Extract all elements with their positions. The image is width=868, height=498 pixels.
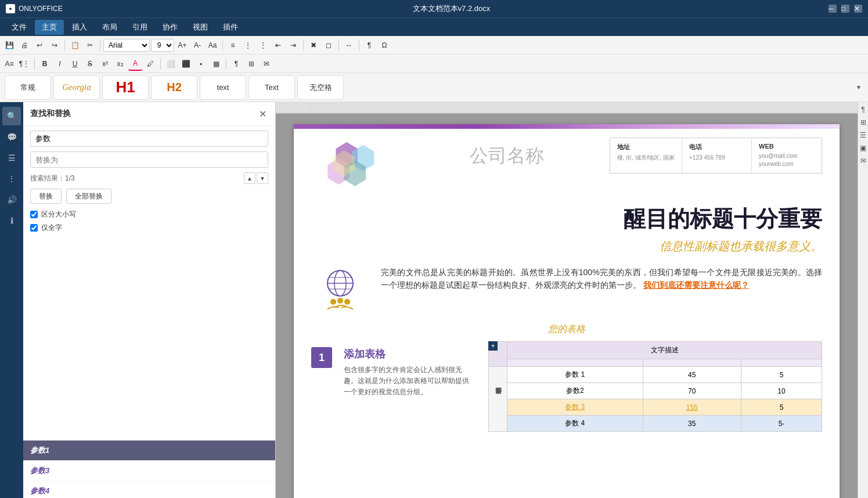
style-btn[interactable]: ◻ [322,38,336,52]
close-btn[interactable]: ✕ [854,5,862,13]
align-left-btn[interactable]: ⬜ [164,57,178,71]
whole-word-checkbox[interactable] [30,224,38,232]
font-decrease-btn[interactable]: A- [190,38,204,52]
row3-label: 参数 3 [507,399,643,416]
indent-dec-btn[interactable]: ⇤ [271,38,285,52]
result-item-1[interactable]: 参数1 [23,441,275,461]
style-Text-cap[interactable]: Text [248,75,295,100]
clear-format-btn[interactable]: ✖ [307,38,320,52]
sidebar-search-icon[interactable]: 🔍 [2,107,21,125]
menu-file[interactable]: 文件 [5,20,34,35]
right-icon-para[interactable]: ¶ [861,106,865,114]
case-sensitive-option[interactable]: 区分大小写 [30,210,268,219]
section-content: 添加表格 包含很多字的文件肯定会让人感到很无趣。这就是为什么添加表格可以帮助提供… [344,347,474,398]
list-num-btn[interactable]: ⋮ [241,38,255,52]
align-right-btn[interactable]: ▪ [194,57,208,71]
sidebar-nav-icon[interactable]: ☰ [2,149,21,167]
subscript-btn[interactable]: x₂ [113,57,127,71]
menu-reference[interactable]: 引用 [125,20,154,35]
menu-bar: 文件 主页 插入 布局 引用 协作 视图 插件 [0,17,868,36]
save-btn[interactable]: 💾 [2,38,16,52]
row1-v2: 5 [741,367,822,383]
styles-expand-arrow[interactable]: ▼ [854,75,863,100]
print-btn[interactable]: 🖨 [17,38,31,52]
body-paragraph: 完美的文件总是从完美的标题开始的。虽然世界上没有100%完美的东西，但我们希望每… [381,266,822,292]
font-size-select[interactable]: 9 [151,39,174,52]
menu-plugin[interactable]: 插件 [216,20,245,35]
search-next-btn[interactable]: ▼ [257,172,268,184]
data-table-wrapper: + 文字描述 [488,341,822,432]
replace-btn[interactable]: 替换 [30,189,62,204]
indent-inc-btn[interactable]: ⇥ [286,38,300,52]
format-para-btn[interactable]: ¶ [362,38,376,52]
replace-all-btn[interactable]: 全部替换 [66,189,111,204]
menu-home[interactable]: 主页 [35,20,64,35]
highlight-btn[interactable]: 🖊 [143,57,157,71]
style-nospace[interactable]: 无空格 [297,75,344,100]
sidebar-comment-icon[interactable]: 💬 [2,128,21,146]
align-justify-btn[interactable]: ▦ [209,57,223,71]
menu-layout[interactable]: 布局 [95,20,124,35]
right-icon-list[interactable]: ☰ [860,131,866,139]
document-title: 文本文档范本v7.2.docx [74,3,829,14]
find-replace-close-btn[interactable]: ✕ [257,108,268,120]
style-h2[interactable]: H2 [151,75,197,100]
sidebar-info-icon[interactable]: ℹ [2,211,21,230]
case-sensitive-checkbox[interactable] [30,211,38,218]
search-navigation: ▲ ▼ [244,172,268,184]
superscript-btn[interactable]: x² [98,57,112,71]
special-insert-btn[interactable]: ⊞ [244,57,258,71]
font-case-btn[interactable]: Aa [206,38,219,52]
result-item-2[interactable]: 参数3 [23,461,275,481]
right-icon-img[interactable]: ▣ [860,144,866,152]
style-normal[interactable]: 常规 [5,75,51,100]
find-input[interactable] [30,131,268,147]
body-text-1: 完美的文件总是从完美的标题开始的。虽然世界上没有100%完美的东西，但我们希望每… [381,268,822,290]
phone-value: +123 456 789 [689,154,744,162]
table-add-btn[interactable]: + [488,341,498,351]
bold-btn[interactable]: B [38,57,52,71]
body-link[interactable]: 我们到底还需要注意什么呢？ [643,280,749,290]
menu-collab[interactable]: 协作 [156,20,185,35]
format-mark-btn[interactable]: ¶ [229,57,243,71]
search-results-list: 参数1 参数3 参数4 [23,440,275,498]
paste-btn[interactable]: 📋 [68,38,82,52]
right-icon-mail[interactable]: ✉ [860,157,866,165]
web-label: WEB [759,143,815,150]
mail-btn[interactable]: ✉ [260,57,273,71]
minimize-btn[interactable]: ─ [829,5,837,13]
action-buttons: 替换 全部替换 [30,189,268,204]
align-center-btn[interactable]: ⬛ [179,57,193,71]
font-color-btn[interactable]: A [128,57,142,71]
underline-btn[interactable]: U [68,57,82,71]
list-multi-btn[interactable]: ⋮ [256,38,270,52]
result-item-3[interactable]: 参数4 [23,481,275,498]
svg-point-14 [337,298,343,304]
list-bullet-btn[interactable]: ≡ [226,38,240,52]
font-name-select[interactable]: Arial [103,39,150,52]
right-icon-grid[interactable]: ⊞ [860,118,866,127]
sidebar-list-icon[interactable]: ⋮ [2,169,21,188]
undo-btn[interactable]: ↩ [33,38,46,52]
font-increase-btn[interactable]: A+ [175,38,189,52]
style-georgia[interactable]: Georgia [53,75,100,100]
align-more-btn[interactable]: ↔ [342,38,356,52]
style-h1[interactable]: H1 [102,75,149,100]
para-style-btn[interactable]: ¶⋮ [17,57,31,71]
sidebar-speaker-icon[interactable]: 🔊 [2,190,21,209]
strikethrough-btn[interactable]: S [83,57,97,71]
menu-view[interactable]: 视图 [186,20,215,35]
search-prev-btn[interactable]: ▲ [244,172,255,184]
italic-btn[interactable]: I [53,57,67,71]
whole-word-option[interactable]: 仅全字 [30,223,268,233]
menu-insert[interactable]: 插入 [65,20,94,35]
redo-btn[interactable]: ↪ [48,38,62,52]
cut-btn[interactable]: ✂ [83,38,97,52]
maximize-btn[interactable]: □ [841,5,849,13]
special-char-btn[interactable]: Ω [377,38,391,52]
styles-btn[interactable]: A≡ [2,57,16,71]
replace-input[interactable] [30,151,268,168]
style-text[interactable]: text [200,75,246,100]
sep-3 [222,39,223,51]
window-controls[interactable]: ─ □ ✕ [829,5,862,13]
